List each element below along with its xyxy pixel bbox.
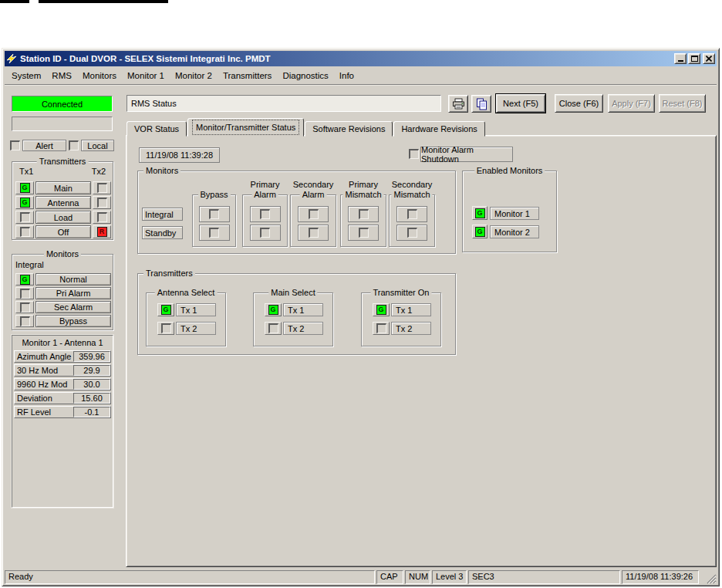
sidebar-transmitters-group: Transmitters Tx1 Tx2 G Main G Antenna Lo… bbox=[12, 161, 113, 240]
mon-row-pri-alarm: Pri Alarm bbox=[15, 287, 111, 299]
measurement-value: 29.9 bbox=[73, 365, 110, 376]
status-checkbox[interactable] bbox=[407, 228, 417, 238]
status-checkbox[interactable] bbox=[309, 228, 319, 238]
minimize-button[interactable] bbox=[674, 53, 687, 64]
sidebar-monitors-title: Monitors bbox=[44, 248, 81, 259]
secondary-alarm-column: Alarm bbox=[290, 194, 336, 247]
reset-button: Reset (F8) bbox=[659, 94, 706, 113]
tab-monitor-transmitter-status[interactable]: Monitor/Transmitter Status bbox=[187, 118, 304, 137]
monitor-2-indicator: G bbox=[472, 225, 488, 238]
status-checkbox[interactable] bbox=[359, 209, 369, 219]
measurements-panel: Monitor 1 - Antenna 1 Azimuth Angle 359.… bbox=[12, 335, 113, 508]
standby-secondary-alarm-cell bbox=[298, 225, 329, 241]
status-checkbox[interactable] bbox=[359, 228, 369, 238]
menu-info[interactable]: Info bbox=[334, 69, 359, 82]
copy-button[interactable] bbox=[471, 95, 491, 113]
measurement-row: RF Level -0.1 bbox=[14, 406, 111, 418]
integral-primary-mismatch-cell bbox=[348, 206, 379, 222]
local-checkbox[interactable] bbox=[69, 140, 79, 150]
local-label: Local bbox=[81, 140, 114, 151]
menu-bar: System RMS Monitors Monitor 1 Monitor 2 … bbox=[5, 67, 717, 85]
red-light: R bbox=[97, 227, 107, 237]
green-light: G bbox=[475, 227, 485, 237]
status-num: NUM bbox=[405, 570, 430, 584]
main-select-title: Main Select bbox=[268, 287, 317, 298]
status-checkbox[interactable] bbox=[260, 209, 270, 219]
print-button[interactable] bbox=[448, 95, 468, 113]
antenna-button[interactable]: Antenna bbox=[35, 196, 91, 209]
menu-diagnostics[interactable]: Diagnostics bbox=[277, 69, 333, 82]
resize-grip[interactable] bbox=[704, 572, 717, 584]
standby-primary-mismatch-cell bbox=[348, 225, 379, 241]
sec-alarm-button[interactable]: Sec Alarm bbox=[35, 301, 111, 313]
tab-hardware-revisions[interactable]: Hardware Revisions bbox=[393, 121, 484, 137]
green-light: G bbox=[20, 183, 30, 193]
status-checkbox[interactable] bbox=[209, 209, 219, 219]
measurement-row: Azimuth Angle 359.96 bbox=[14, 350, 111, 363]
application-window: Station ID - Dual DVOR - SELEX Sistemi I… bbox=[2, 48, 720, 586]
sidebar-monitors-group: Monitors Integral G Normal Pri Alarm Sec… bbox=[12, 254, 113, 330]
monitor-1-label: Monitor 1 bbox=[490, 207, 539, 220]
datetime-display: 11/19/08 11:39:28 bbox=[139, 147, 220, 163]
status-checkbox[interactable] bbox=[309, 209, 319, 219]
enabled-monitor-1-row: G Monitor 1 bbox=[472, 206, 539, 220]
antenna-select-title: Antenna Select bbox=[155, 287, 218, 298]
menu-rms[interactable]: RMS bbox=[46, 69, 77, 82]
transmitters-group-title: Transmitters bbox=[143, 268, 195, 279]
menu-system[interactable]: System bbox=[6, 69, 46, 82]
monitor-alarm-shutdown-label: Monitor Alarm Shutdown bbox=[420, 147, 513, 162]
standby-secondary-mismatch-cell bbox=[396, 225, 427, 241]
tx2-column-header: Tx2 bbox=[92, 167, 106, 176]
menu-transmitters[interactable]: Transmitters bbox=[218, 69, 277, 82]
empty-indicator bbox=[268, 323, 278, 333]
status-ready: Ready bbox=[5, 570, 375, 584]
primary-alarm-column: Alarm bbox=[242, 194, 288, 247]
measurement-row: Deviation 15.60 bbox=[14, 392, 111, 404]
tab-strip: VOR Status Monitor/Transmitter Status So… bbox=[127, 118, 486, 137]
tab-software-revisions[interactable]: Software Revisions bbox=[305, 121, 393, 137]
monitor-alarm-shutdown-checkbox[interactable] bbox=[409, 149, 419, 159]
integral-secondary-mismatch-cell bbox=[396, 206, 427, 222]
window-title: Station ID - Dual DVOR - SELEX Sistemi I… bbox=[20, 54, 271, 63]
tx2-indicator bbox=[157, 322, 174, 335]
bypass-column: Bypass bbox=[192, 194, 236, 247]
next-button[interactable]: Next (F5) bbox=[496, 94, 545, 113]
close-f6-button[interactable]: Close (F6) bbox=[555, 94, 603, 113]
sec-alarm-indicator bbox=[15, 301, 34, 313]
green-light: G bbox=[20, 198, 30, 208]
status-checkbox[interactable] bbox=[260, 228, 270, 238]
load-button[interactable]: Load bbox=[35, 211, 91, 224]
menu-monitor-2[interactable]: Monitor 2 bbox=[170, 69, 218, 82]
transmitter-on-title: Transmitter On bbox=[371, 287, 432, 298]
tx1-label: Tx 1 bbox=[283, 303, 323, 316]
app-icon bbox=[6, 53, 17, 64]
minimize-icon bbox=[678, 60, 683, 62]
status-checkbox[interactable] bbox=[407, 209, 417, 219]
bypass-button[interactable]: Bypass bbox=[35, 315, 111, 327]
off-button[interactable]: Off bbox=[35, 225, 91, 238]
row-label-integral: Integral bbox=[142, 208, 183, 221]
status-checkbox[interactable] bbox=[209, 228, 219, 238]
apply-button: Apply (F7) bbox=[608, 94, 655, 113]
menu-monitor-1[interactable]: Monitor 1 bbox=[122, 69, 170, 82]
maximize-button[interactable] bbox=[688, 53, 700, 64]
menu-monitors[interactable]: Monitors bbox=[77, 69, 122, 82]
title-bar[interactable]: Station ID - Dual DVOR - SELEX Sistemi I… bbox=[5, 51, 717, 66]
tx-row-antenna: G Antenna bbox=[15, 196, 111, 209]
tab-vor-status[interactable]: VOR Status bbox=[127, 121, 187, 137]
close-button[interactable] bbox=[703, 53, 715, 64]
main-button[interactable]: Main bbox=[35, 181, 91, 194]
green-light: G bbox=[20, 275, 30, 285]
secondary-alarm-column-title: Alarm bbox=[300, 189, 327, 200]
tx2-indicator bbox=[373, 322, 390, 335]
measurement-row: 9960 Hz Mod 30.0 bbox=[14, 378, 111, 390]
measurements-header: Monitor 1 - Antenna 1 bbox=[12, 338, 113, 347]
normal-button[interactable]: Normal bbox=[35, 273, 111, 286]
maximize-icon bbox=[691, 56, 698, 62]
pri-alarm-button[interactable]: Pri Alarm bbox=[35, 287, 111, 299]
alert-checkbox[interactable] bbox=[10, 140, 20, 150]
empty-indicator bbox=[20, 227, 30, 237]
empty-indicator bbox=[97, 212, 107, 222]
enabled-monitors-group: Enabled Monitors G Monitor 1 G Monitor 2 bbox=[462, 171, 557, 252]
screen: Station ID - Dual DVOR - SELEX Sistemi I… bbox=[0, 0, 722, 588]
